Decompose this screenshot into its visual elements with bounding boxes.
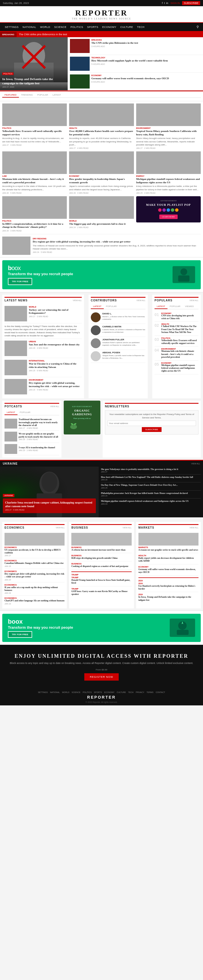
side-story-1[interactable]: BREAKING The CNN strike pins Bidenomics … [68, 37, 203, 55]
biz-article-1[interactable]: BUSINESS A reform has no investment incr… [71, 531, 132, 553]
article-michigan[interactable]: ENERGY Michigan pipeline standoff expose… [136, 151, 201, 194]
tab-latest[interactable]: LATEST [51, 93, 63, 97]
unlimited-cta-button[interactable]: REGISTER NOW [84, 673, 119, 681]
article-gender[interactable]: ECONOMY How gender inequality in leaders… [69, 151, 134, 194]
side-story-3[interactable]: ECONOMY Germany will suffer worse from w… [68, 73, 203, 90]
podcast-2[interactable]: We use graphic media as our graphic part… [5, 431, 59, 443]
nav-item-culture[interactable]: CULTURE [119, 24, 135, 31]
latest-view-all[interactable]: VIEW ALL [73, 299, 82, 301]
podcasts-tab-latest[interactable]: LATEST [5, 410, 17, 415]
search-icon[interactable]: ⚲ [195, 23, 200, 31]
article-hilary[interactable]: ENVIRONMENT Tropical Storm Hilary pounds… [136, 103, 201, 149]
contributor-1[interactable]: DAVID L. David L., a fiction writer in T… [91, 311, 146, 324]
biz-article-3[interactable]: BUSINESS Cooking of disputed region as a… [71, 561, 132, 570]
nav-item-world[interactable]: WORLD [38, 24, 52, 31]
econ-article-4[interactable]: ECONOMICS If you coffee at a cup made up… [5, 582, 65, 596]
article-gap[interactable]: WORLD The biggest gap and why government… [69, 196, 134, 232]
business-view-all[interactable]: VIEW ALL [123, 527, 132, 529]
article-dry-regions[interactable]: DRY REGIONS Dry regions get drier with g… [2, 234, 201, 255]
newsletter-email-input[interactable] [108, 421, 196, 426]
latest-article-1[interactable]: WORLD Turkey: are we witnessing the end … [5, 304, 82, 323]
mkt-article-1[interactable]: MARKETS A reason see our graphic series … [138, 531, 198, 553]
ukraine-view-all[interactable]: VIEW ALL [191, 463, 200, 465]
latest-article-3[interactable]: INTERNATIONAL War in Ukraine is a warnin… [5, 358, 82, 377]
nav-item-national[interactable]: NATIONAL [21, 24, 38, 31]
popular-1[interactable]: 01 ECONOMY CNN tries developing into gro… [154, 311, 198, 322]
nav-item-science[interactable]: SCIENCE [52, 24, 68, 31]
article-hbo[interactable]: POLITICS In HBO's conspiratorialism, arc… [2, 196, 67, 232]
subscribe-link[interactable]: SUBSCRIBE [182, 1, 200, 5]
nav-item-settings[interactable]: SETTINGS [3, 24, 21, 31]
tab-trending[interactable]: TRENDING [19, 93, 35, 97]
contributors-tab-popular[interactable]: POPULAR [104, 304, 119, 309]
signin-link[interactable]: SIGN IN [170, 2, 180, 5]
footer-link-politics[interactable]: POLITICS [82, 691, 92, 693]
article-montana[interactable]: LAW Montana kids win historic climate la… [2, 151, 67, 194]
side-story-2[interactable]: TECHNOLOGY How Microsoft could supplant … [68, 55, 203, 73]
ukraine-main-story-box[interactable]: Charlotte Sena rescued from camper cabin… [3, 498, 96, 513]
footer-link-privacy[interactable]: PRIVACY [136, 691, 144, 693]
biz-article-2[interactable]: BUSINESS B2B steps developing into growt… [71, 553, 132, 561]
footer-link-settings[interactable]: SETTINGS [38, 691, 48, 693]
mkt-article-5[interactable]: 2024 In Iowa, Trump and DeSantis take th… [138, 592, 198, 603]
biz-article-trump1[interactable]: TRUMP TRUMP Donald Trump launched at Iow… [71, 571, 132, 586]
organic-banner[interactable]: ADVERTISEMENT ORGANIC GARDENING Plant gr… [64, 401, 100, 434]
ukraine-side-2[interactable]: How best will Eliminate Let Me New Engla… [101, 474, 201, 482]
populars-tab-popular[interactable]: POPULAR [168, 304, 183, 309]
podcast-1[interactable]: Traditional discontent becomes an increa… [5, 417, 59, 430]
footer-link-tech[interactable]: TECH [128, 691, 133, 693]
playlist-cta[interactable]: LEARN MORE [159, 215, 178, 219]
facebook-icon[interactable]: f [162, 2, 163, 5]
latest-article-4[interactable]: ENVIRONMENT Dry regions get drier with g… [5, 377, 82, 396]
ukraine-side-1[interactable]: She goes Volodymyr since is probably una… [101, 466, 201, 474]
popular-2[interactable]: 02 HEALTH I Talked With CNF Workers On T… [154, 322, 198, 336]
economics-view-all[interactable]: VIEW ALL [56, 527, 65, 529]
tab-popular[interactable]: POPULAR [35, 93, 50, 97]
tab-featured[interactable]: FEATURED [2, 93, 19, 97]
popular-5[interactable]: 05 ECONOMY Michigan pipeline standoff ex… [154, 361, 198, 374]
footer-link-science[interactable]: SCIENCE [71, 691, 80, 693]
nav-item-politics[interactable]: POLITICS [68, 24, 85, 31]
playlist-ad-banner[interactable]: ADVERTISEMENT MAKE YOUR PLAYLIST POP LEA… [136, 196, 201, 223]
article-yellowknife[interactable]: POLITICS Yellowknife fires: Evacuees wil… [2, 103, 67, 149]
econ-article-1[interactable]: ECONOMICS US corporates accelerate, is t… [5, 531, 65, 558]
contributor-2[interactable]: CARMELO MATIN Carmelo Matin, an architec… [91, 324, 146, 337]
footer-link-contact[interactable]: CONTACT [155, 691, 165, 693]
footer-link-culture[interactable]: CULTURE [117, 691, 126, 693]
footer-link-economy[interactable]: ECONOMY [104, 691, 114, 693]
ukraine-side-3[interactable]: On Day One of New Things, Supreme Court … [101, 482, 201, 490]
podcasts-view-all[interactable]: VIEW ALL [50, 406, 59, 407]
article-kaiser[interactable]: HEALTH Over 40,000 California Kaiser hea… [69, 103, 134, 149]
site-logo[interactable]: REPORTER [75, 8, 128, 18]
econ-article-2[interactable]: ECONOMICS Canadian billionaire Jiangyu D… [5, 558, 65, 569]
linkedin-icon[interactable]: in [166, 2, 168, 5]
twitter-icon[interactable]: t [164, 2, 165, 5]
nav-item-sports[interactable]: SPORTS [85, 24, 100, 31]
nav-item-tech[interactable]: TECH [135, 24, 147, 31]
popular-4[interactable]: 04 ENVIRONMENT Montana kids win historic… [154, 347, 198, 360]
article-playlist-ad[interactable]: ADVERTISEMENT MAKE YOUR PLAYLIST POP LEA… [136, 196, 201, 232]
mkt-article-2[interactable]: HEALTH Daily report yields can decrease … [138, 553, 198, 565]
mkt-article-4[interactable]: 2024 2024 Use Hanford correctly borderpl… [138, 578, 198, 592]
footer-link-world[interactable]: WORLD [62, 691, 69, 693]
footer-link-sports[interactable]: SPORTS [94, 691, 102, 693]
top-story-main[interactable]: POLITICS In Iowa, Trump and DeSantis tak… [0, 37, 68, 90]
footer-link-terms[interactable]: TERMS [147, 691, 154, 693]
latest-article-2[interactable]: URBAN San Jose and the reemergence of th… [5, 339, 82, 358]
contributor-3[interactable]: JONATHAN FULLER Jonathan Fuller's opinio… [91, 337, 146, 350]
podcast-3[interactable]: 3 ways AI is transforming the channel JA… [5, 443, 59, 455]
econ-article-3[interactable]: ECONOMICS Dry regions get drier with glo… [5, 569, 65, 582]
biz-article-trump2[interactable]: TRUMP GOP boss: Garry wants to oust Kevi… [71, 586, 132, 597]
populars-tab-viewed[interactable]: VIEWED [183, 304, 196, 309]
populars-view-all[interactable]: VIEW ALL [189, 299, 198, 301]
populars-tab-latest[interactable]: LATEST [154, 304, 168, 309]
markets-view-all[interactable]: VIEW ALL [189, 527, 198, 529]
boox-cta-button[interactable]: TRY FOR FREE [8, 278, 32, 285]
footer-link-national[interactable]: NATIONAL [50, 691, 60, 693]
contributor-4[interactable]: ABIGAIL POSEN Abigail Posen, a prolific … [91, 350, 146, 363]
ukraine-side-5[interactable]: Michigan pipeline standoff exposes feder… [101, 498, 201, 506]
ukraine-side-4[interactable]: Philadelphia prosecutor Jack Kreeger has… [101, 490, 201, 498]
podcasts-tab-popular[interactable]: POPULAR [17, 410, 33, 415]
newsletter-subscribe-button[interactable]: SUBSCRIBE [142, 427, 162, 432]
nav-item-economy[interactable]: ECONOMY [100, 24, 119, 31]
